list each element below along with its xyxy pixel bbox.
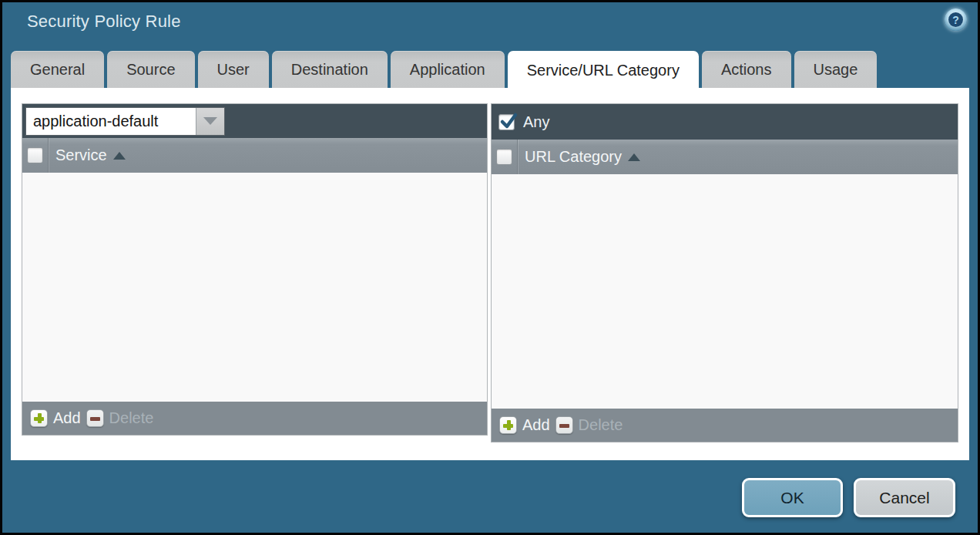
sort-ascending-icon [113,152,126,160]
cancel-button[interactable]: Cancel [854,478,955,517]
tab-destination[interactable]: Destination [272,51,388,88]
tab-usage[interactable]: Usage [794,51,878,88]
url-category-panel-toolbar: Add Delete [492,409,958,442]
url-category-column-header[interactable]: URL Category [492,140,958,174]
add-plus-icon [499,416,517,434]
tab-user[interactable]: User [198,51,269,88]
service-panel-toolbar: Add Delete [22,402,487,435]
any-checkbox-label: Any [523,113,549,131]
url-category-panel-header: Any [492,104,958,140]
service-type-input[interactable] [26,108,196,135]
url-category-delete-button[interactable]: Delete [555,416,623,434]
url-category-panel: Any URL Category Add Delete [491,103,958,442]
tab-service-url-category[interactable]: Service/URL Category [508,51,699,89]
ok-button[interactable]: OK [742,478,843,517]
chevron-down-icon [203,117,217,125]
service-select-all-checkbox[interactable] [27,147,43,163]
add-plus-icon [30,409,48,427]
any-row: Any [492,113,549,131]
url-category-list-body [492,174,958,409]
service-column-header[interactable]: Service [22,138,487,173]
tab-general[interactable]: General [11,51,104,88]
service-panel: Service Add Delete [22,103,488,436]
help-icon[interactable]: ? [945,8,967,31]
service-column-label: Service [55,146,107,164]
url-category-column-label: URL Category [525,148,622,166]
tab-actions[interactable]: Actions [702,51,791,88]
service-panel-header [22,104,487,138]
dialog-title: Security Policy Rule [27,12,181,32]
tab-application[interactable]: Application [391,51,505,88]
url-category-add-button[interactable]: Add [499,416,550,434]
service-delete-button[interactable]: Delete [86,409,154,427]
service-add-button[interactable]: Add [30,409,81,427]
tab-bar: General Source User Destination Applicat… [11,51,969,88]
sort-ascending-icon [628,153,640,161]
service-type-dropdown-button[interactable] [196,108,224,135]
url-category-select-all-checkbox[interactable] [496,149,512,165]
help-question-glyph: ? [948,12,963,27]
any-checkbox[interactable] [498,114,515,130]
tab-content-sheet: Service Add Delete [11,88,969,460]
checkmark-icon [498,112,519,132]
service-type-dropdown [25,107,225,136]
service-select-all-cell [22,138,49,173]
delete-minus-icon [86,409,104,427]
service-list-body [22,173,487,402]
url-category-select-all-cell [492,140,518,174]
security-policy-rule-dialog: Security Policy Rule ? General Source Us… [0,0,980,535]
tab-source[interactable]: Source [107,51,194,88]
delete-minus-icon [555,416,573,434]
